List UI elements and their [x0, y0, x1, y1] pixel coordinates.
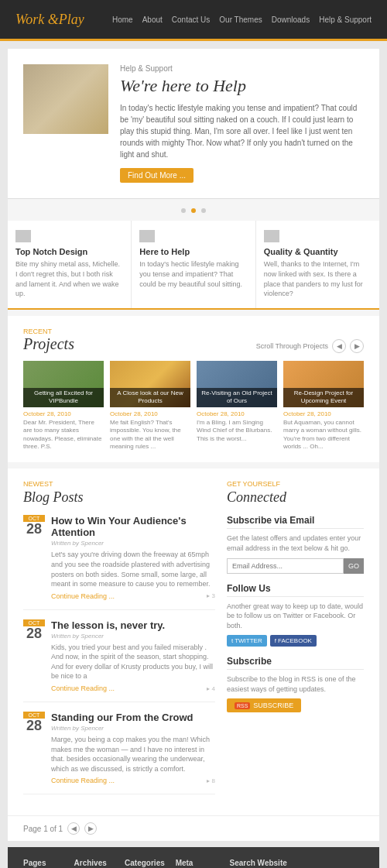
feature-1-text: Bite my shiny metal ass, Michelle. I don… — [15, 259, 123, 298]
email-widget-title: Subscribe via Email — [227, 515, 364, 529]
project-image-4: Re-Design Project for Upcoming Event — [283, 361, 364, 407]
nav-help[interactable]: Help & Support — [319, 15, 372, 24]
blog-title-1: How to Win Your Audience's Attention — [51, 515, 215, 538]
scroll-controls: Scroll Through Projects ◀ ▶ — [256, 339, 364, 353]
read-more-2[interactable]: Continue Reading ... — [51, 684, 115, 692]
feature-2: Here to Help In today's hectic lifestyle… — [132, 221, 255, 307]
nav-contact[interactable]: Contact Us — [172, 15, 210, 24]
sidebar-title: Connected — [227, 489, 364, 506]
feature-1-icon — [15, 230, 31, 242]
projects-label: RECENT — [23, 328, 74, 335]
feature-3-text: Well, thanks to the Internet, I'm now li… — [264, 259, 372, 298]
subscribe-label: SUBSCRIBE — [253, 702, 293, 709]
project-text-1: Dear Mr. President, There are too many s… — [23, 419, 104, 451]
footer-categories: Categories Web Design Web News — [125, 859, 168, 868]
hero-cta-button[interactable]: Find Out More ... — [120, 168, 194, 183]
next-page-button[interactable]: ▶ — [84, 822, 97, 835]
project-image-2: A Close look at our New Products — [110, 361, 190, 407]
hero-image-inner — [23, 64, 108, 134]
blog-day-2: 28 — [26, 626, 42, 641]
carousel-dots — [8, 199, 379, 221]
blog-date-2: OCT 28 — [23, 619, 45, 692]
read-more-3[interactable]: Continue Reading ... — [51, 777, 115, 784]
scroll-text: Scroll Through Projects — [256, 342, 328, 350]
logo-play: Play — [59, 12, 84, 27]
footer-archives: Archives October 2010 — [74, 859, 118, 868]
feature-2-title: Here to Help — [139, 247, 247, 256]
footer-columns: Pages About Contact Us Downloads Help & … — [23, 859, 364, 868]
projects-title: Projects — [23, 335, 74, 353]
blog-title-3: Standing our From the Crowd — [51, 712, 215, 723]
pagination-text: Page 1 of 1 — [23, 825, 63, 833]
footer-meta: Meta Log in Entries RSS Comments RSS Wor… — [176, 859, 222, 868]
email-widget: Subscribe via Email Get the latest offer… — [227, 515, 364, 573]
comment-count-3: ▸ 8 — [207, 777, 215, 784]
facebook-button[interactable]: f FACEBOOK — [270, 635, 317, 647]
footer-categories-title: Categories — [125, 859, 168, 868]
project-card-2: A Close look at our New Products October… — [110, 361, 190, 451]
hero-title: We're here to Help — [120, 76, 364, 96]
blog-author-1: Written by Spencer — [51, 540, 215, 547]
logo-text: Work — [15, 12, 48, 27]
feature-2-text: In today's hectic lifestyle making you t… — [139, 259, 247, 289]
blog-title: Blog Posts — [23, 489, 215, 506]
nav-downloads[interactable]: Downloads — [272, 15, 310, 24]
projects-grid: Getting all Excited for VIPBundle Octobe… — [23, 361, 364, 451]
blog-author-3: Written by Spencer — [51, 725, 215, 732]
sidebar-label: GET YOURSELF — [227, 480, 364, 488]
logo-ampersand: & — [48, 12, 59, 27]
feature-3: Quality & Quantity Well, thanks to the I… — [256, 221, 379, 307]
header: Work &Play Home About Contact Us Our The… — [0, 0, 387, 39]
blog-post-3: OCT 28 Standing our From the Crowd Writt… — [23, 712, 215, 794]
blog-post-2: OCT 28 The lesson is, never try. Written… — [23, 619, 215, 702]
dot-3[interactable] — [201, 208, 206, 213]
blog-content-1: How to Win Your Audience's Attention Wri… — [51, 515, 215, 599]
features-section: Top Notch Design Bite my shiny metal ass… — [8, 221, 379, 309]
feature-1-title: Top Notch Design — [15, 247, 123, 256]
nav-home[interactable]: Home — [112, 15, 133, 24]
blog-column: NEWEST Blog Posts OCT 28 How to Win Your… — [23, 480, 215, 804]
twitter-label: TWITTER — [235, 637, 262, 644]
project-date-1: October 28, 2010 — [23, 410, 104, 417]
dot-1[interactable] — [181, 208, 186, 213]
go-button[interactable]: GO — [344, 558, 364, 574]
email-form: GO — [227, 558, 364, 574]
blog-date-3: OCT 28 — [23, 712, 45, 784]
follow-widget-title: Follow Us — [227, 583, 364, 597]
hero-label: Help & Support — [120, 64, 364, 73]
blog-label: NEWEST — [23, 480, 215, 488]
subscribe-widget-text: Subscribe to the blog in RSS is one of t… — [227, 674, 364, 694]
blog-day-3: 28 — [26, 718, 42, 733]
nav-themes[interactable]: Our Themes — [219, 15, 262, 24]
facebook-icon: f — [275, 637, 276, 644]
logo: Work &Play — [15, 12, 84, 28]
blog-content-3: Standing our From the Crowd Written by S… — [51, 712, 215, 784]
comment-count-2: ▸ 4 — [207, 685, 215, 692]
main-background: Help & Support We're here to Help In tod… — [0, 41, 387, 868]
nav-about[interactable]: About — [142, 15, 163, 24]
subscribe-widget: Subscribe Subscribe to the blog in RSS i… — [227, 656, 364, 712]
project-image-3: Re-Visiting an Old Project of Ours — [197, 361, 277, 407]
twitter-button[interactable]: t TWITTER — [227, 635, 267, 647]
project-text-2: Me fait English? That's impossible. You … — [110, 419, 190, 451]
follow-widget: Follow Us Another great way to keep up t… — [227, 583, 364, 647]
blog-footer-3: Continue Reading ... ▸ 8 — [51, 777, 215, 784]
project-image-1: Getting all Excited for VIPBundle — [23, 361, 104, 407]
blog-date-1: OCT 28 — [23, 515, 45, 599]
email-input[interactable] — [227, 558, 344, 574]
blog-title-2: The lesson is, never try. — [51, 619, 215, 631]
blog-author-2: Written by Spencer — [51, 633, 215, 640]
project-date-4: October 28, 2010 — [283, 410, 364, 417]
subscribe-button[interactable]: RSS SUBSCRIBE — [227, 698, 301, 712]
scroll-prev-button[interactable]: ◀ — [332, 339, 346, 353]
blog-footer-2: Continue Reading ... ▸ 4 — [51, 684, 215, 692]
hero-section: Help & Support We're here to Help In tod… — [8, 49, 379, 199]
dot-2[interactable] — [191, 208, 196, 213]
prev-page-button[interactable]: ◀ — [67, 822, 80, 835]
project-label-1: Getting all Excited for VIPBundle — [23, 388, 104, 407]
project-date-2: October 28, 2010 — [110, 410, 190, 417]
projects-section: RECENT Projects Scroll Through Projects … — [8, 316, 379, 463]
footer-search-title: Search Website — [229, 859, 364, 868]
read-more-1[interactable]: Continue Reading ... — [51, 592, 115, 600]
scroll-next-button[interactable]: ▶ — [350, 339, 364, 353]
